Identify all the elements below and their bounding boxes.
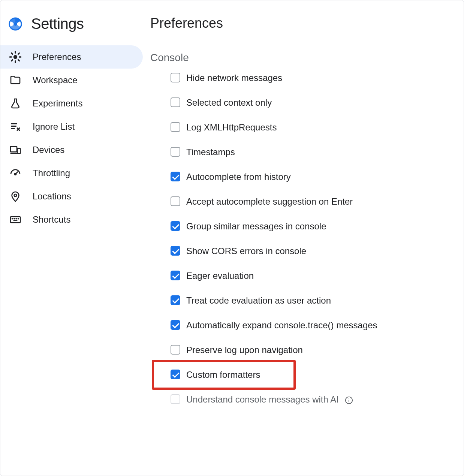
settings-title: Settings	[31, 15, 84, 32]
checkbox[interactable]	[171, 73, 180, 82]
sidebar-item-locations[interactable]: Locations	[0, 185, 143, 208]
sidebar-item-label: Throttling	[33, 168, 70, 178]
svg-point-15	[12, 218, 13, 219]
option-label: Preserve log upon navigation	[186, 344, 452, 356]
sidebar-item-label: Ignore List	[33, 121, 75, 132]
main-content: Preferences Console Hide network message…	[150, 0, 464, 476]
option-row: Automatically expand console.trace() mes…	[171, 319, 452, 331]
info-icon[interactable]	[344, 396, 353, 405]
option-row: Group similar messages in console	[171, 220, 452, 232]
option-row: Accept autocomplete suggestion on Enter	[171, 196, 452, 208]
svg-point-18	[18, 218, 19, 219]
console-options: Hide network messagesSelected context on…	[150, 72, 452, 406]
option-label: Understand console messages with AI	[186, 394, 452, 406]
location-pin-icon	[9, 190, 22, 203]
checkbox	[171, 394, 180, 404]
option-row: Autocomplete from history	[171, 171, 452, 183]
svg-point-13	[14, 194, 17, 197]
sidebar-item-workspace[interactable]: Workspace	[0, 69, 143, 92]
checkbox[interactable]	[171, 370, 180, 379]
svg-rect-8	[10, 147, 17, 152]
option-label: Show CORS errors in console	[186, 245, 452, 257]
option-label: Group similar messages in console	[186, 220, 452, 232]
checkbox[interactable]	[171, 295, 180, 305]
checkbox[interactable]	[171, 172, 180, 181]
svg-point-17	[16, 218, 17, 219]
devtools-icon	[9, 17, 22, 31]
console-section: Console Hide network messagesSelected co…	[150, 52, 452, 406]
section-title: Console	[150, 52, 452, 64]
sidebar-item-throttling[interactable]: Throttling	[0, 162, 143, 185]
checkbox[interactable]	[171, 122, 180, 132]
svg-rect-14	[10, 217, 21, 223]
checkbox[interactable]	[171, 147, 180, 157]
option-label: Custom formatters	[186, 369, 452, 381]
folder-icon	[9, 73, 22, 87]
checkbox[interactable]	[171, 97, 180, 107]
sidebar-item-label: Workspace	[33, 75, 78, 85]
sidebar-item-experiments[interactable]: Experiments	[0, 92, 143, 115]
option-row: Log XMLHttpRequests	[171, 121, 452, 133]
option-row: Selected context only	[171, 97, 452, 109]
keyboard-icon	[9, 213, 22, 226]
svg-point-1	[13, 22, 17, 26]
svg-line-12	[15, 172, 18, 174]
option-row: Show CORS errors in console	[171, 245, 452, 257]
option-label: Treat code evaluation as user action	[186, 295, 452, 307]
option-label: Timestamps	[186, 146, 452, 158]
sidebar-item-ignore-list[interactable]: Ignore List	[0, 115, 143, 138]
sidebar-item-label: Locations	[33, 191, 71, 202]
sidebar-item-devices[interactable]: Devices	[0, 138, 143, 162]
option-row: Custom formatters	[171, 369, 452, 381]
option-label: Automatically expand console.trace() mes…	[186, 319, 452, 331]
option-label: Autocomplete from history	[186, 171, 452, 183]
sidebar: Settings PreferencesWorkspaceExperiments…	[0, 0, 150, 476]
checkbox[interactable]	[171, 221, 180, 231]
flask-icon	[9, 97, 22, 110]
sidebar-header: Settings	[0, 15, 150, 45]
svg-point-2	[14, 55, 17, 58]
checkbox[interactable]	[171, 271, 180, 280]
svg-rect-10	[17, 148, 20, 153]
sidebar-item-label: Preferences	[33, 52, 81, 62]
svg-point-22	[349, 398, 349, 399]
sidebar-item-shortcuts[interactable]: Shortcuts	[0, 208, 143, 231]
option-label: Hide network messages	[186, 72, 452, 84]
option-label: Selected context only	[186, 97, 452, 109]
sidebar-item-label: Devices	[33, 145, 64, 155]
gauge-icon	[9, 166, 22, 180]
option-label: Log XMLHttpRequests	[186, 121, 452, 133]
checkbox[interactable]	[171, 196, 180, 206]
option-row: Preserve log upon navigation	[171, 344, 452, 356]
svg-point-16	[14, 218, 15, 219]
option-label: Accept autocomplete suggestion on Enter	[186, 196, 452, 208]
sidebar-items: PreferencesWorkspaceExperimentsIgnore Li…	[0, 45, 150, 231]
page-title: Preferences	[150, 15, 452, 38]
option-row: Hide network messages	[171, 72, 452, 84]
option-row: Understand console messages with AI	[171, 394, 452, 406]
option-row: Timestamps	[171, 146, 452, 158]
checkbox[interactable]	[171, 246, 180, 256]
option-row: Eager evaluation	[171, 270, 452, 282]
sidebar-item-label: Shortcuts	[33, 214, 70, 225]
list-remove-icon	[9, 120, 22, 133]
option-row: Treat code evaluation as user action	[171, 295, 452, 307]
gear-icon	[9, 50, 22, 64]
sidebar-item-label: Experiments	[33, 98, 82, 109]
devices-icon	[9, 143, 22, 157]
checkbox[interactable]	[171, 345, 180, 355]
option-label: Eager evaluation	[186, 270, 452, 282]
checkbox[interactable]	[171, 320, 180, 330]
sidebar-item-preferences[interactable]: Preferences	[0, 45, 143, 69]
